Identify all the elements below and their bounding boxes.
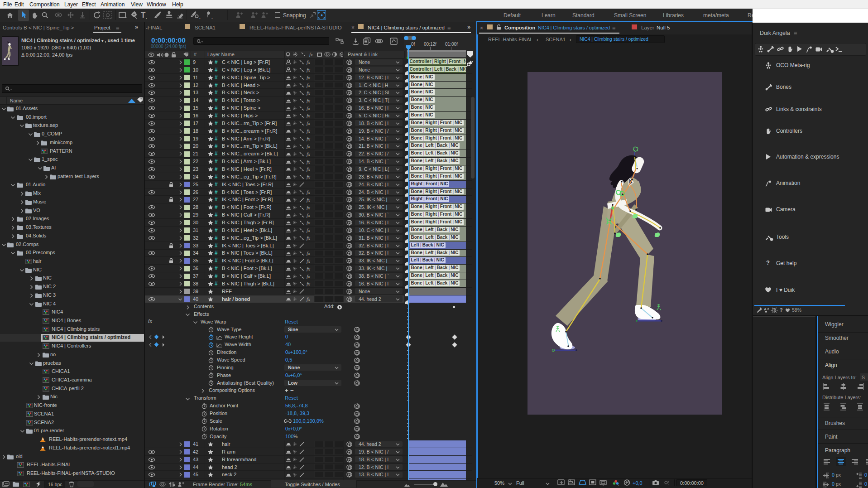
svg-text:fx: fx [307, 266, 310, 271]
svg-text:fx: fx [307, 136, 310, 141]
svg-text:?: ? [780, 307, 783, 313]
svg-text:fx: fx [307, 82, 310, 88]
svg-text:fx: fx [307, 106, 310, 111]
svg-text:fx: fx [307, 159, 310, 164]
svg-text:fx: fx [307, 128, 310, 134]
svg-text:fx: fx [307, 197, 310, 203]
svg-text:fx: fx [307, 98, 310, 103]
svg-text:fx: fx [307, 274, 310, 279]
svg-text:fx: fx [307, 213, 310, 218]
svg-text:fx: fx [307, 189, 310, 195]
svg-text:fx: fx [307, 67, 310, 72]
svg-text:fx: fx [307, 59, 310, 65]
svg-text:fx: fx [307, 281, 310, 286]
svg-text:fx: fx [307, 174, 310, 179]
svg-text:fx: fx [307, 251, 310, 256]
svg-text:fx: fx [307, 296, 310, 302]
svg-text:fx: fx [307, 144, 310, 149]
svg-text:fx: fx [307, 90, 310, 96]
svg-text:fx: fx [307, 258, 310, 264]
svg-text:fx: fx [307, 235, 310, 241]
svg-text:fx: fx [307, 151, 310, 157]
svg-text:58%: 58% [792, 307, 801, 313]
svg-text:fx: fx [307, 113, 310, 118]
svg-text:fx: fx [307, 121, 310, 126]
svg-text:fx: fx [307, 75, 310, 80]
svg-text:fx: fx [307, 227, 310, 233]
svg-text:fx: fx [309, 52, 313, 57]
svg-text:fx: fx [307, 220, 310, 225]
svg-text:fx: fx [307, 205, 310, 210]
svg-text:fx: fx [307, 166, 310, 172]
svg-text:A: A [764, 307, 767, 311]
